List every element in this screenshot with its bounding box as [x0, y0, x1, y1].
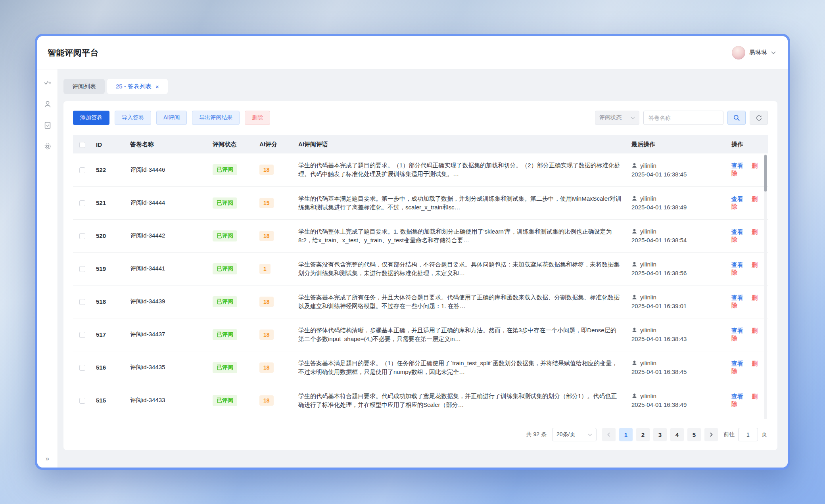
- content-card: 添加答卷 导入答卷 AI评阅 导出评阅结果 删除 评阅状态: [63, 101, 777, 450]
- page-unit-label: 页: [762, 431, 767, 438]
- app-body: » 评阅列表 25 - 答卷列表 × 添加答卷 导入答卷 AI评阅: [37, 69, 788, 468]
- status-badge: 已评阅: [213, 296, 237, 307]
- delete-button[interactable]: 删除: [245, 111, 270, 125]
- row-checkbox[interactable]: [79, 332, 85, 338]
- main-content: 评阅列表 25 - 答卷列表 × 添加答卷 导入答卷 AI评阅 导出评阅结果 删: [58, 69, 788, 468]
- score-badge: 18: [259, 330, 274, 340]
- tab-answer-list[interactable]: 25 - 答卷列表 ×: [107, 79, 168, 94]
- view-link[interactable]: 查看: [731, 393, 743, 400]
- status-badge: 已评阅: [213, 197, 237, 209]
- view-link[interactable]: 查看: [731, 360, 743, 367]
- row-time: 2025-04-01 16:38:43: [631, 335, 722, 342]
- table-row: 518 评阅id-34439 已评阅 18 学生答案基本完成了所有任务，并且大体…: [73, 285, 768, 318]
- row-operator: yilinlin: [631, 327, 722, 333]
- answer-name-input[interactable]: [643, 111, 723, 125]
- view-link[interactable]: 查看: [731, 195, 743, 202]
- row-checkbox[interactable]: [79, 200, 85, 206]
- chevron-down-icon: [588, 433, 592, 436]
- document-check-icon[interactable]: [43, 121, 52, 130]
- scrollbar-thumb[interactable]: [764, 155, 767, 192]
- page-button-4[interactable]: 4: [670, 428, 684, 441]
- row-comment: 学生的代码基本符合题目要求。代码成功加载了鸢尾花数据集，并正确进行了训练集和测试…: [298, 392, 622, 409]
- search-icon: [733, 114, 740, 121]
- user-icon[interactable]: [43, 100, 52, 109]
- user-menu[interactable]: 易琳琳: [732, 46, 776, 59]
- page-size-select[interactable]: 20条/页: [552, 428, 597, 441]
- row-time: 2025-04-01 16:38:45: [631, 171, 722, 178]
- row-comment: 学生的代码整体上完成了题目要求。1. 数据集的加载和划分正确使用了'sklear…: [298, 227, 622, 245]
- add-answer-button[interactable]: 添加答卷: [73, 111, 109, 125]
- row-operator: yilinlin: [631, 162, 722, 169]
- table-row: 517 评阅id-34437 已评阅 18 学生的整体代码结构清晰，步骤基本正确…: [73, 318, 768, 351]
- operator-name: yilinlin: [640, 261, 656, 268]
- view-link[interactable]: 查看: [731, 294, 743, 301]
- page-button-3[interactable]: 3: [653, 428, 667, 441]
- row-time: 2025-04-01 16:38:45: [631, 368, 722, 375]
- refresh-button[interactable]: [750, 111, 768, 125]
- row-checkbox[interactable]: [79, 398, 85, 404]
- prev-page-button[interactable]: [602, 428, 616, 441]
- search-button[interactable]: [727, 111, 746, 125]
- operator-name: yilinlin: [640, 360, 656, 366]
- page-button-5[interactable]: 5: [687, 428, 701, 441]
- table-header-row: ID 答卷名称 评阅状态 AI评分 AI评阅评语 最后操作 操作: [73, 135, 768, 153]
- column-header-id: ID: [91, 135, 125, 153]
- row-checkbox[interactable]: [79, 365, 85, 371]
- row-time: 2025-04-01 16:38:49: [631, 204, 722, 211]
- view-link[interactable]: 查看: [731, 228, 743, 235]
- page-title: 智能评阅平台: [48, 47, 99, 58]
- row-id: 521: [91, 186, 125, 219]
- view-link[interactable]: 查看: [731, 327, 743, 334]
- select-all-checkbox[interactable]: [79, 142, 85, 148]
- goto-page: 前往 页: [723, 428, 767, 441]
- row-operator: yilinlin: [631, 228, 722, 235]
- operator-name: yilinlin: [640, 393, 656, 399]
- table-scrollbar: [764, 154, 767, 419]
- status-badge: 已评阅: [213, 362, 237, 373]
- user-icon: [631, 228, 637, 234]
- user-icon: [631, 163, 637, 169]
- row-operator: yilinlin: [631, 261, 722, 268]
- row-name: 评阅id-34435: [125, 351, 208, 384]
- row-time: 2025-04-01 16:38:54: [631, 237, 722, 243]
- operator-name: yilinlin: [640, 195, 656, 202]
- view-link[interactable]: 查看: [731, 162, 743, 169]
- review-checklist-icon[interactable]: [43, 79, 52, 88]
- row-comment: 学生的代码基本完成了题目的要求。（1）部分代码正确实现了数据集的加载和切分。（2…: [298, 161, 622, 178]
- user-icon: [631, 261, 637, 267]
- close-icon[interactable]: ×: [155, 84, 159, 90]
- tab-review-list[interactable]: 评阅列表: [63, 79, 105, 94]
- toolbar-filters: 评阅状态: [595, 111, 768, 125]
- page-button-2[interactable]: 2: [636, 428, 650, 441]
- next-page-button[interactable]: [704, 428, 718, 441]
- settings-icon[interactable]: [43, 142, 52, 151]
- row-id: 516: [91, 351, 125, 384]
- import-answer-button[interactable]: 导入答卷: [115, 111, 151, 125]
- row-checkbox[interactable]: [79, 233, 85, 239]
- column-header-name: 答卷名称: [125, 135, 208, 153]
- goto-page-input[interactable]: [738, 428, 758, 441]
- score-badge: 15: [259, 198, 274, 208]
- review-status-select[interactable]: 评阅状态: [595, 111, 639, 125]
- export-results-button[interactable]: 导出评阅结果: [192, 111, 240, 125]
- row-checkbox[interactable]: [79, 167, 85, 173]
- row-time: 2025-04-01 16:38:49: [631, 401, 722, 408]
- table-row: 522 评阅id-34446 已评阅 18 学生的代码基本完成了题目的要求。（1…: [73, 153, 768, 186]
- user-icon: [631, 360, 637, 366]
- view-link[interactable]: 查看: [731, 261, 743, 268]
- tab-answer-list-label: 25 - 答卷列表: [116, 83, 152, 90]
- status-badge: 已评阅: [213, 164, 237, 175]
- row-name: 评阅id-34441: [125, 252, 208, 285]
- sidebar-collapse-button[interactable]: »: [37, 455, 58, 463]
- row-checkbox[interactable]: [79, 266, 85, 272]
- row-time: 2025-04-01 16:39:01: [631, 303, 722, 309]
- operator-name: yilinlin: [640, 294, 656, 301]
- row-id: 520: [91, 219, 125, 252]
- table-row: 519 评阅id-34441 已评阅 1 学生答案没有包含完整的代码，仅有部分结…: [73, 252, 768, 285]
- status-badge: 已评阅: [213, 230, 237, 241]
- operator-name: yilinlin: [640, 228, 656, 235]
- page-button-1[interactable]: 1: [619, 428, 633, 441]
- ai-review-button[interactable]: AI评阅: [156, 111, 187, 125]
- row-checkbox[interactable]: [79, 299, 85, 305]
- answers-table: ID 答卷名称 评阅状态 AI评分 AI评阅评语 最后操作 操作 522: [73, 135, 768, 417]
